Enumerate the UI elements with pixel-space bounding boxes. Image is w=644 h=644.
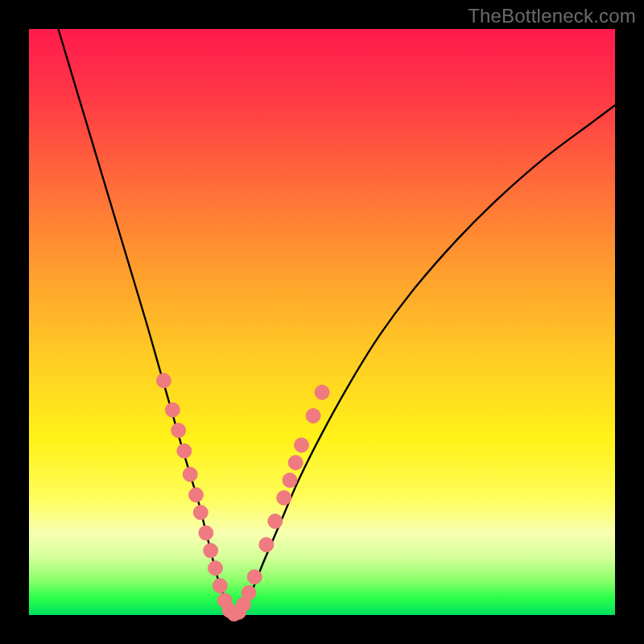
curve-marker bbox=[188, 488, 203, 502]
watermark-text: TheBottleneck.com bbox=[468, 5, 636, 27]
chart-overlay bbox=[29, 29, 615, 615]
curve-marker bbox=[242, 585, 256, 600]
curve-marker bbox=[165, 402, 180, 417]
curve-marker bbox=[247, 570, 262, 584]
curve-marker bbox=[213, 579, 227, 593]
curve-marker bbox=[183, 467, 197, 481]
curve-marker bbox=[283, 473, 297, 488]
curve-marker bbox=[277, 490, 291, 505]
plot-area bbox=[29, 29, 615, 615]
bottleneck-curve bbox=[58, 29, 615, 615]
curve-marker bbox=[177, 444, 192, 458]
curve-marker bbox=[268, 514, 283, 529]
chart-stage: TheBottleneck.com bbox=[0, 0, 644, 644]
curve-marker bbox=[208, 561, 223, 576]
curve-marker bbox=[315, 385, 329, 399]
curve-marker bbox=[288, 456, 303, 470]
curve-marker bbox=[295, 438, 309, 452]
curve-marker bbox=[199, 526, 213, 540]
curve-marker bbox=[156, 374, 171, 388]
curve-marker bbox=[259, 538, 274, 552]
curve-marker bbox=[193, 506, 208, 520]
curve-marker bbox=[204, 543, 218, 558]
curve-marker bbox=[171, 423, 186, 438]
curve-markers bbox=[156, 374, 329, 621]
curve-marker bbox=[306, 408, 320, 423]
